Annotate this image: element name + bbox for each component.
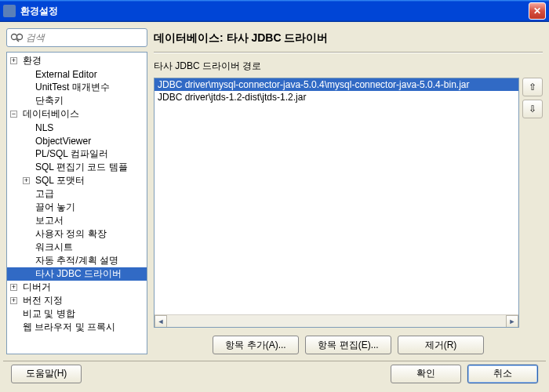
close-button[interactable]: ✕ <box>529 2 546 20</box>
tree-item-label: External Editor <box>34 69 99 80</box>
app-icon <box>3 5 16 17</box>
tree-item[interactable]: +디버거 <box>7 281 147 294</box>
tree-item-label: UnitTest 매개변수 <box>34 81 111 94</box>
separator <box>154 52 543 53</box>
tree-item-label: ObjectViewer <box>34 136 93 147</box>
collapse-icon[interactable]: − <box>10 111 17 118</box>
tree-item[interactable]: External Editor <box>7 67 147 81</box>
tree-item[interactable]: 타사 JDBC 드라이버 <box>7 267 147 281</box>
footer-right: 확인 취소 <box>391 365 538 383</box>
move-up-button[interactable]: ⇧ <box>522 78 543 96</box>
close-icon: ✕ <box>533 5 541 16</box>
tree-item-label: 보고서 <box>34 214 65 227</box>
tree-item-label: SQL 포맷터 <box>34 174 86 187</box>
right-panel: 데이터베이스: 타사 JDBC 드라이버 타사 JDBC 드라이버 경로 JDB… <box>154 28 543 354</box>
expand-icon[interactable]: + <box>10 57 17 64</box>
expand-icon[interactable]: + <box>10 284 17 291</box>
left-panel: +환경External EditorUnitTest 매개변수단축키−데이터베이… <box>6 28 147 354</box>
arrow-down-icon: ⇩ <box>529 103 536 114</box>
search-icon <box>10 32 23 43</box>
tree-item[interactable]: +버전 지정 <box>7 294 147 307</box>
tree-item[interactable]: 단축키 <box>7 94 147 107</box>
panel-title: 데이터베이스: 타사 JDBC 드라이버 <box>154 28 543 49</box>
move-down-button[interactable]: ⇩ <box>522 100 543 118</box>
tree-item-label: 고급 <box>34 187 56 201</box>
list-area: JDBC driver\mysql-connector-java-5.0.4\m… <box>154 78 543 328</box>
tree-item[interactable]: 보고서 <box>7 214 147 227</box>
dialog-footer: 도움말(H) 확인 취소 <box>3 361 546 386</box>
tree-item[interactable]: 고급 <box>7 187 147 201</box>
tree-item[interactable]: 워크시트 <box>7 241 147 254</box>
action-buttons: 항목 추가(A)... 항목 편집(E)... 제거(R) <box>154 331 543 354</box>
remove-item-button[interactable]: 제거(R) <box>398 336 484 354</box>
tree-item-label: 타사 JDBC 드라이버 <box>34 267 123 281</box>
tree-item-label: 끌어 놓기 <box>34 201 77 214</box>
add-item-button[interactable]: 항목 추가(A)... <box>213 336 299 354</box>
tree-item[interactable]: 비교 및 병합 <box>7 307 147 321</box>
window-title: 환경설정 <box>20 5 529 18</box>
tree-item[interactable]: NLS <box>7 121 147 134</box>
tree-item-label: PL/SQL 컴파일러 <box>34 147 110 161</box>
ok-button[interactable]: 확인 <box>391 365 461 383</box>
h-scrollbar[interactable]: ◄ ► <box>155 314 518 327</box>
tree-item[interactable]: SQL 편집기 코드 템플 <box>7 161 147 174</box>
tree-item[interactable]: 웹 브라우저 및 프록시 <box>7 321 147 334</box>
content-area: +환경External EditorUnitTest 매개변수단축키−데이터베이… <box>0 22 549 361</box>
tree-view[interactable]: +환경External EditorUnitTest 매개변수단축키−데이터베이… <box>6 52 147 354</box>
svg-point-2 <box>17 34 23 40</box>
tree-item-label: 환경 <box>21 54 43 67</box>
tree-item[interactable]: +SQL 포맷터 <box>7 174 147 187</box>
svg-point-0 <box>12 34 17 40</box>
tree-item[interactable]: 끌어 놓기 <box>7 201 147 214</box>
list-item[interactable]: JDBC driver\mysql-connector-java-5.0.4\m… <box>155 78 518 91</box>
help-button[interactable]: 도움말(H) <box>11 365 82 383</box>
cancel-button[interactable]: 취소 <box>467 365 538 383</box>
tree-item[interactable]: UnitTest 매개변수 <box>7 81 147 94</box>
arrow-up-icon: ⇧ <box>529 82 536 93</box>
tree-item[interactable]: PL/SQL 컴파일러 <box>7 147 147 161</box>
tree-item-label: 웹 브라우저 및 프록시 <box>21 321 117 334</box>
tree-item-label: 비교 및 병합 <box>21 307 77 321</box>
tree-item-label: 사용자 정의 확장 <box>34 227 108 241</box>
edit-item-button[interactable]: 항목 편집(E)... <box>305 336 391 354</box>
panel-sublabel: 타사 JDBC 드라이버 경로 <box>154 58 543 74</box>
expand-icon[interactable]: + <box>10 297 17 304</box>
list-item[interactable]: JDBC driver\jtds-1.2-dist\jtds-1.2.jar <box>155 91 518 103</box>
tree-item-label: 단축키 <box>34 94 65 107</box>
tree-item[interactable]: ObjectViewer <box>7 134 147 147</box>
scroll-track[interactable] <box>167 315 506 327</box>
search-box[interactable] <box>6 28 147 47</box>
tree-item-label: SQL 편집기 코드 템플 <box>34 161 129 174</box>
expand-icon[interactable]: + <box>23 177 30 184</box>
titlebar: 환경설정 ✕ <box>0 0 549 22</box>
tree-item-label: 데이터베이스 <box>21 107 81 121</box>
driver-listbox[interactable]: JDBC driver\mysql-connector-java-5.0.4\m… <box>154 78 519 328</box>
tree-item[interactable]: 자동 추적/계획 설명 <box>7 254 147 267</box>
tree-item-label: NLS <box>34 122 55 133</box>
search-input[interactable] <box>26 32 144 43</box>
tree-item[interactable]: +환경 <box>7 54 147 67</box>
reorder-buttons: ⇧ ⇩ <box>522 78 543 328</box>
tree-item-label: 버전 지정 <box>21 294 64 307</box>
tree-item[interactable]: −데이터베이스 <box>7 107 147 121</box>
scroll-left-button[interactable]: ◄ <box>155 315 167 328</box>
tree-item-label: 자동 추적/계획 설명 <box>34 254 120 267</box>
tree-item-label: 디버거 <box>21 281 53 294</box>
tree-item-label: 워크시트 <box>34 241 75 254</box>
scroll-right-button[interactable]: ► <box>506 315 518 328</box>
tree-item[interactable]: 사용자 정의 확장 <box>7 227 147 241</box>
